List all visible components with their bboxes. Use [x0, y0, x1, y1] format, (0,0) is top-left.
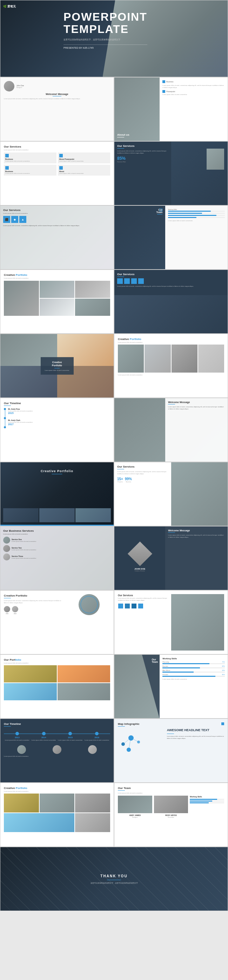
diamond-photo [128, 541, 152, 566]
dark-services-content: Our Services Lorem ipsum dolor sit amet,… [114, 270, 228, 290]
skill-bar-1 [168, 211, 210, 212]
biz-list: Service One Lorem ipsum dolor sit amet c… [3, 537, 111, 560]
services-content: Our Services Lorem ipsum dolor sit amet … [0, 206, 114, 229]
footer-text: Lorem ipsum dolor sit amet consectetur [118, 374, 224, 376]
service-item-4: About Lorem ipsum dolor sit amet consect… [58, 165, 110, 176]
team-stats: Working Skills [165, 206, 228, 269]
title-line [157, 214, 163, 215]
pp1 [4, 794, 39, 813]
timeline-footer: Lorem ipsum dolor sit amet consectetur [4, 755, 110, 757]
skill-2 [168, 213, 225, 214]
icon-boxes [118, 603, 169, 609]
strip-2 [39, 508, 75, 522]
skill-pct-2: 60% [222, 665, 225, 667]
circle-graphic [69, 594, 110, 615]
service-item-2: About Powerpoint Lorem ipsum dolor sit a… [58, 153, 110, 163]
slide-about-split: About us Business Lorem ipsum dolor sit … [114, 77, 228, 141]
h-line [4, 733, 110, 734]
biz-desc-3: Lorem ipsum dolor sit amet consectetur [11, 557, 36, 559]
avatar [4, 81, 14, 91]
body: Lorem ipsum dolor sit amet, consectetur … [118, 597, 169, 601]
svg-line-2 [131, 738, 139, 742]
row-10: Creative Portfolio Lorem ipsum dolor sit… [0, 590, 228, 654]
extra-text: Lorem ipsum dolor sit amet, consectetur … [3, 225, 111, 227]
biz-item-1: Service One Lorem ipsum dolor sit amet c… [3, 537, 111, 544]
row-8: Creative Portfolio Our Services Lorem ip… [0, 462, 228, 526]
circle-text: Creative Portfolio Lorem ipsum dolor sit… [4, 594, 67, 615]
stat-val: 15+ [117, 477, 123, 481]
title-text: Creative Portfolio [41, 469, 73, 473]
divider [4, 726, 11, 727]
cp-3 [88, 745, 97, 754]
title-divider [117, 137, 124, 137]
welcome-title: Welcome Message [168, 529, 225, 532]
skills-title: Working Skills [163, 657, 225, 660]
map-divider [118, 726, 125, 727]
h-year-2: 2014 [32, 737, 56, 738]
services-icons-layout: Our Services Lorem ipsum dolor sit amet,… [118, 594, 224, 651]
content: Map Infographic [114, 719, 228, 782]
svc-icon-2: ◆ [11, 216, 18, 223]
ts-track-1 [190, 799, 224, 800]
h-label-4: Lorem ipsum dolor sit amet consectetur [85, 739, 109, 741]
pp2 [40, 794, 75, 813]
slide-content: John Doe Designer Welcome! Message Lorem… [0, 78, 114, 141]
dark-portfolio-layout: Creative Portfolio [0, 462, 114, 526]
pp4 [4, 813, 74, 832]
team-photos-title: Our Team [118, 786, 224, 790]
sub: Lorem ipsum dolor sit amet consectetur [4, 662, 110, 664]
about-text: Lorem ipsum dolor sit amet, consectetur … [117, 150, 168, 154]
event-2: Mr. Andy Clark Lorem ipsum dolor sit ame… [8, 419, 33, 425]
end-title: THANK YOU [91, 874, 138, 878]
timeline-events: Mr. Andy Flow Lorem ipsum dolor sit amet… [8, 408, 33, 430]
svc-sq-4 [138, 604, 143, 608]
service-icon [5, 154, 9, 158]
dark-text-panel: Our Services Lorem ipsum dolor sit amet,… [114, 142, 171, 205]
bp1 [4, 665, 57, 682]
line-1 [5, 410, 5, 417]
cover-title: CreativePortfolio [45, 360, 69, 367]
team-image: OurTeam [114, 206, 165, 269]
grid [118, 345, 224, 372]
content: Our Team Lorem ipsum dolor sit amet cons… [114, 783, 228, 846]
team-note: Lorem ipsum dolor sit amet consectetur [163, 678, 225, 680]
skill-bar-2 [168, 213, 202, 214]
biz-item-2: Service Two Lorem ipsum dolor sit amet c… [3, 545, 111, 552]
slide-team-skills: OurTeam Working Skills Photoshop 75% [114, 654, 228, 719]
slide-services-grid: Our Services Lorem ipsum dolor sit amet … [0, 141, 114, 205]
cp-2 [53, 745, 61, 754]
row-14: THANK YOU 这里可以添加简短的说明文字，这里可以添加简短的说明文字 [0, 847, 228, 911]
slide-timeline-dark: Our Timeline 2013 Lorem ipsum dolor sit … [0, 719, 114, 783]
content: Our Portfolio Lorem ipsum dolor sit amet… [0, 655, 114, 718]
row-3: Our Services Lorem ipsum dolor sit amet … [0, 141, 228, 205]
portfolio-photos-grid [4, 794, 110, 832]
team-row: ANDY JAMES Designer ROSY ABYSS Developer… [118, 795, 224, 818]
portfolio-banner-title: Our Portfolio [4, 658, 110, 662]
word1: Creative [4, 274, 16, 277]
team-row: John Jane [4, 606, 65, 614]
map-text: AWESOME HEADLINE TEXT Lorem ipsum dolor … [167, 728, 224, 770]
desc: Lorem ipsum dolor sit amet consectetur [3, 212, 111, 214]
services-grid: Business Lorem ipsum dolor sit amet cons… [4, 153, 110, 176]
row-2: John Doe Designer Welcome! Message Lorem… [0, 77, 228, 141]
service-item: Business Lorem ipsum dolor sit amet cons… [4, 153, 56, 163]
row-9: Our Business Services Lorem ipsum dolor … [0, 526, 228, 590]
tm-photo-a [118, 795, 152, 813]
dark-icon-4 [138, 278, 144, 284]
about-text-panel: Our Services Lorem ipsum dolor sit amet,… [114, 462, 171, 526]
skill-name: Photoshop [163, 661, 169, 663]
photo-sm-4 [75, 299, 110, 316]
photo-grid [4, 281, 110, 316]
service-desc-3: Lorem ipsum dolor sit amet consectetur [5, 172, 55, 174]
track [163, 663, 225, 664]
skill-ps: Photoshop 75% [163, 661, 225, 664]
skill-track-1 [168, 211, 225, 212]
main-title: POWERPOINTTEMPLATE [64, 11, 147, 35]
dot-3 [4, 426, 6, 428]
welcome-title: Welcome Message [168, 401, 225, 403]
team-skills-photo: OurTeam [114, 655, 159, 718]
skill-1: Working Skills [168, 208, 225, 212]
strip-3 [75, 508, 111, 522]
title-content: POWERPOINTTEMPLATE 这里可以添加简短的说明文字，这里可以添加简… [64, 11, 147, 49]
ts-track-2 [190, 800, 224, 802]
